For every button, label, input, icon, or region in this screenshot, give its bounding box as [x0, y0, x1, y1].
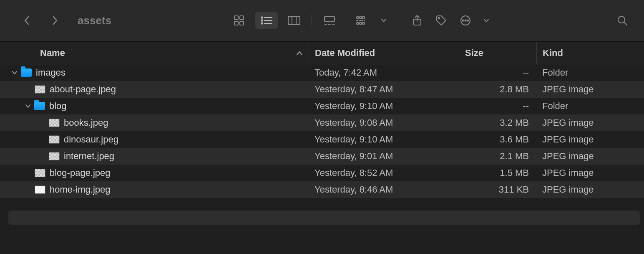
file-kind: Folder: [536, 101, 644, 112]
file-kind: JPEG image: [536, 134, 644, 145]
file-name: blog-page.jpeg: [50, 168, 111, 178]
list-item[interactable]: images Today, 7:42 AM -- Folder: [0, 64, 644, 81]
file-date: Yesterday, 8:46 AM: [309, 184, 459, 195]
back-button[interactable]: [18, 12, 35, 29]
svg-point-4: [261, 17, 262, 18]
toolbar-divider: [312, 14, 312, 27]
path-bar[interactable]: [8, 211, 640, 225]
svg-point-28: [465, 20, 466, 21]
list-item[interactable]: home-img.jpeg Yesterday, 8:46 AM 311 KB …: [0, 181, 644, 198]
file-name: dinosaur.jpeg: [64, 134, 118, 145]
file-kind: JPEG image: [536, 184, 644, 195]
svg-rect-2: [234, 21, 238, 25]
column-view-button[interactable]: [286, 12, 302, 29]
svg-rect-13: [325, 16, 335, 22]
column-header-name-label: Name: [40, 48, 65, 58]
svg-rect-10: [288, 16, 300, 25]
list-view-button[interactable]: [255, 12, 278, 29]
column-header-size-label: Size: [465, 48, 483, 58]
disclosure-triangle-icon[interactable]: [24, 102, 32, 110]
list-item[interactable]: books.jpeg Yesterday, 9:08 AM 3.2 MB JPE…: [0, 114, 644, 131]
disclosure-triangle-icon[interactable]: [11, 69, 18, 76]
file-kind: JPEG image: [536, 117, 644, 128]
file-name: internet.jpeg: [64, 151, 114, 162]
column-header-date-label: Date Modified: [315, 48, 375, 58]
file-size: 3.6 MB: [459, 134, 536, 145]
file-date: Yesterday, 9:10 AM: [309, 134, 459, 145]
file-thumbnail-icon: [35, 185, 45, 194]
file-size: --: [459, 67, 536, 78]
svg-rect-17: [357, 17, 359, 18]
actions-button[interactable]: [457, 12, 474, 29]
svg-point-25: [438, 18, 440, 19]
sort-ascending-icon: [296, 48, 303, 58]
svg-rect-21: [357, 23, 359, 24]
file-size: 311 KB: [459, 184, 536, 195]
svg-rect-23: [362, 23, 365, 24]
file-size: --: [459, 101, 536, 112]
svg-rect-22: [360, 23, 362, 24]
file-thumbnail-icon: [35, 85, 45, 94]
file-size: 1.5 MB: [459, 168, 536, 178]
group-by-chevron-icon[interactable]: [375, 12, 392, 29]
file-name: images: [36, 67, 65, 78]
column-header-date[interactable]: Date Modified: [309, 42, 459, 64]
svg-rect-1: [240, 16, 244, 20]
view-switcher: [231, 12, 338, 29]
toolbar: assets: [0, 0, 644, 42]
file-thumbnail-icon: [49, 119, 60, 127]
svg-rect-19: [362, 17, 365, 18]
file-name: home-img.jpeg: [50, 184, 111, 195]
list-item[interactable]: about-page.jpeg Yesterday, 8:47 AM 2.8 M…: [0, 81, 644, 98]
column-header-size[interactable]: Size: [459, 42, 536, 64]
svg-line-31: [624, 22, 627, 25]
file-kind: JPEG image: [536, 168, 644, 178]
file-date: Yesterday, 9:10 AM: [309, 101, 459, 112]
file-kind: Folder: [536, 67, 644, 78]
file-size: 2.8 MB: [459, 84, 536, 95]
tags-button[interactable]: [433, 12, 450, 29]
svg-point-29: [467, 20, 468, 21]
file-name: about-page.jpeg: [50, 84, 116, 95]
file-name: blog: [49, 101, 67, 112]
search-button[interactable]: [614, 12, 631, 29]
list-item[interactable]: dinosaur.jpeg Yesterday, 9:10 AM 3.6 MB …: [0, 131, 644, 148]
svg-point-8: [261, 23, 262, 24]
svg-rect-0: [234, 16, 238, 20]
group-by-button[interactable]: [355, 12, 371, 29]
file-kind: JPEG image: [536, 151, 644, 162]
file-kind: JPEG image: [536, 84, 644, 95]
file-date: Yesterday, 8:52 AM: [309, 168, 459, 178]
forward-button[interactable]: [47, 12, 63, 29]
column-headers: Name Date Modified Size Kind: [0, 42, 644, 64]
file-thumbnail-icon: [35, 169, 45, 177]
svg-point-6: [261, 20, 262, 21]
column-header-kind[interactable]: Kind: [536, 42, 644, 64]
list-item[interactable]: internet.jpeg Yesterday, 9:01 AM 2.1 MB …: [0, 148, 644, 165]
file-date: Yesterday, 8:47 AM: [309, 84, 459, 95]
column-header-name[interactable]: Name: [0, 48, 309, 58]
svg-point-27: [462, 20, 463, 21]
file-thumbnail-icon: [49, 135, 60, 144]
window-title: assets: [78, 14, 111, 27]
list-item[interactable]: blog Yesterday, 9:10 AM -- Folder: [0, 98, 644, 114]
file-size: 2.1 MB: [459, 151, 536, 162]
actions-chevron-icon[interactable]: [478, 12, 495, 29]
file-date: Today, 7:42 AM: [309, 67, 459, 78]
svg-rect-3: [240, 21, 244, 25]
file-size: 3.2 MB: [459, 117, 536, 128]
file-date: Yesterday, 9:08 AM: [309, 117, 459, 128]
folder-icon: [34, 102, 45, 110]
file-list: images Today, 7:42 AM -- Folder about-pa…: [0, 64, 644, 198]
svg-rect-18: [360, 17, 362, 18]
list-item[interactable]: blog-page.jpeg Yesterday, 8:52 AM 1.5 MB…: [0, 165, 644, 181]
file-name: books.jpeg: [64, 117, 108, 128]
file-date: Yesterday, 9:01 AM: [309, 151, 459, 162]
column-header-kind-label: Kind: [543, 48, 563, 58]
folder-icon: [21, 69, 32, 77]
gallery-view-button[interactable]: [321, 12, 338, 29]
file-thumbnail-icon: [49, 152, 60, 160]
icon-view-button[interactable]: [231, 12, 247, 29]
share-button[interactable]: [409, 12, 425, 29]
